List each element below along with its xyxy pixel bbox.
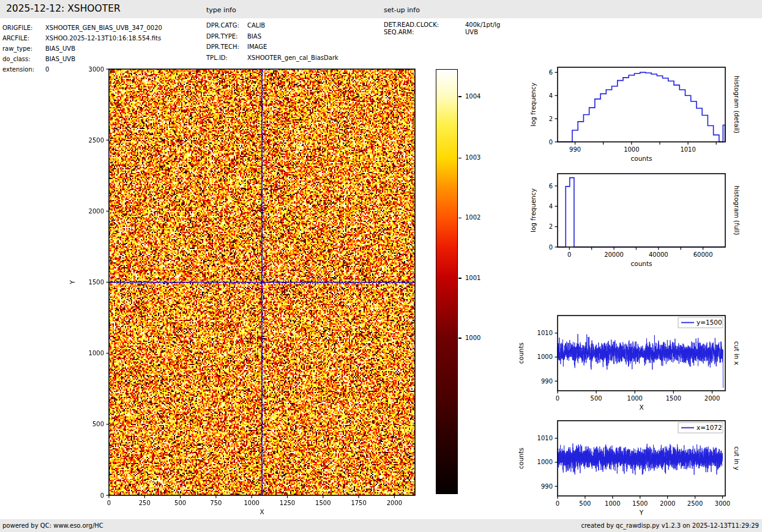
axes-frame [558,67,725,142]
histogram-full-chart: 02000040000600000246countslog frequencyh… [558,174,725,247]
x-tick-label: 750 [210,500,222,506]
field-label: extension: [2,64,45,75]
colorbar-tick [458,158,461,158]
x-axis-label: counts [630,260,652,267]
field-value: XSHOO.2025-12-13T10:16:18.554.fits [45,35,161,42]
page-title: 2025-12-12: XSHOOTER [6,3,121,14]
colorbar-tick-label: 1000 [465,334,480,341]
setup-info-row: SEQ.ARM:UVB [384,29,500,36]
y-axis-label: Y [69,280,76,285]
y-tick-label: 2500 [89,137,104,144]
type-info-row: DPR.CATG:CALIB [206,20,338,31]
colorbar-tick-label: 1002 [465,214,480,221]
y-tick-label: 3000 [89,66,104,73]
x-tick-label: 1000 [605,500,620,507]
x-tick-label: 3000 [715,500,730,507]
field-value: IMAGE [247,43,267,50]
cut-in-x-chart: 050010001500200099010001010Xcountscut in… [558,316,725,391]
y-axis-label: log frequency [529,188,537,232]
x-axis-label: counts [630,155,652,162]
y-tick-label: 2000 [89,208,104,215]
hist_full-svg: 02000040000600000246countslog frequencyh… [558,174,725,247]
field-label: do_class: [2,54,45,64]
x-tick-label: 2000 [660,500,675,507]
field-value: XSHOOTER_GEN_BIAS_UVB_347_0020 [45,24,162,31]
x-tick-label: 2500 [687,500,703,507]
main-axes-overlay: 0250500750100012501500175020000500100015… [109,69,415,495]
x-tick-label: 60000 [693,251,713,258]
colorbar-tick-label: 1004 [465,93,480,100]
y-tick-label: 6 [549,183,553,190]
field-label: TPL.ID: [206,53,247,64]
y-tick-label: 0 [549,139,553,146]
qc-report-page: 2025-12-12: XSHOOTER type info set-up in… [0,0,762,532]
x-tick-label: 2000 [704,395,720,402]
field-label: SEQ.ARM: [384,29,465,36]
y-tick-label: 1010 [537,435,553,441]
x-tick-label: 0 [556,395,559,402]
cut-in-y-chart: 05001000150020002500300099010001010Ycoun… [558,421,725,496]
colorbar-ticks: 10041003100210011000 [436,69,473,494]
field-label: DPR.TECH: [206,42,247,53]
x-tick-label: 250 [139,500,151,506]
file-info-list: ORIGFILE:XSHOOTER_GEN_BIAS_UVB_347_0020 … [2,23,162,75]
axes-frame [558,174,725,247]
field-label: ORIGFILE: [2,23,45,33]
x-tick-label: 1000 [624,146,639,153]
setup-info-list: DET.READ.CLOCK:400k/1pt/lg SEQ.ARM:UVB [384,21,500,36]
side-label: cut in x [733,341,741,365]
field-label: DET.READ.CLOCK: [384,21,465,29]
colorbar-tick [458,278,461,278]
field-label: raw_type: [2,43,45,54]
y-axis-label: counts [517,448,525,469]
y-tick-label: 6 [549,69,553,76]
x-axis-label: X [639,404,643,411]
x-tick-label: 990 [569,146,581,153]
footer-bar: powered by QC: www.eso.org/HC created by… [0,519,762,532]
side-label: cut in y [733,446,741,470]
y-tick-label: 990 [541,378,553,385]
x-tick-label: 1500 [666,395,681,402]
x-tick-label: 40000 [649,251,668,258]
x-tick-label: 1750 [351,500,366,506]
colorbar-tick [458,338,461,338]
cut_y-svg: 05001000150020002500300099010001010Ycoun… [558,421,725,496]
field-value: BIAS_UVB [45,56,75,62]
side-label: histogram (full) [733,186,741,235]
field-label: ARCFILE: [2,33,45,43]
x-tick-label: 2000 [387,500,402,506]
legend-label: x=1072 [697,424,722,431]
legend-label: y=1500 [697,319,722,326]
colorbar-tick [458,218,461,218]
type-info-row: DPR.TECH:IMAGE [206,42,338,53]
x-tick-label: 1500 [632,500,648,507]
y-axis-label: log frequency [529,83,537,127]
x-tick-label: 1500 [315,500,331,506]
field-label: DPR.CATG: [206,20,247,31]
colorbar-tick-label: 1001 [465,275,480,281]
footer-left-text: powered by QC: www.eso.org/HC [2,519,103,532]
x-tick-label: 500 [579,500,591,507]
field-value: UVB [465,29,478,35]
field-value: CALIB [247,22,265,29]
cut_x-series [558,334,723,388]
side-label: histogram (detail) [733,76,741,133]
colorbar-tick [458,96,461,97]
y-tick-label: 2 [549,116,553,122]
y-tick-label: 1500 [89,279,104,286]
file-info-row: do_class:BIAS_UVB [2,54,162,64]
y-tick-label: 0 [100,492,104,499]
x-axis-label: Y [639,509,644,516]
x-tick-label: 1010 [680,146,695,153]
x-tick-label: 0 [556,500,559,507]
x-tick-label: 1250 [280,500,295,506]
field-value: BIAS_UVB [45,45,75,52]
y-tick-label: 1000 [89,350,104,357]
field-label: DPR.TYPE: [206,31,247,42]
x-tick-label: 20000 [604,251,624,258]
x-tick-label: 0 [567,251,571,258]
setup-info-row: DET.READ.CLOCK:400k/1pt/lg [384,21,500,29]
colorbar-tick-label: 1003 [465,154,480,161]
field-value: BIAS [247,33,261,40]
hist_detail-svg: 990100010100246countslog frequencyhistog… [558,67,725,142]
